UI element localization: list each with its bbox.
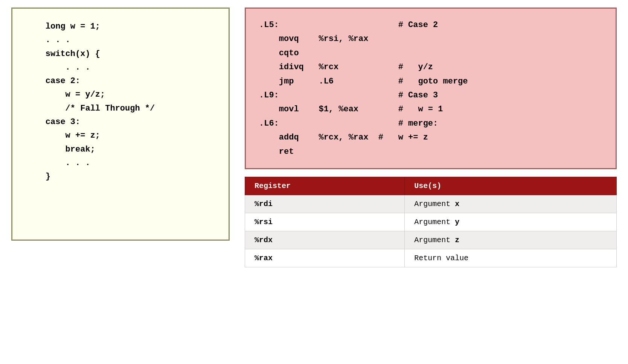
register-cell: %rsi: [245, 213, 405, 231]
register-table: Register Use(s) %rdiArgument x%rsiArgume…: [245, 177, 617, 267]
right-container: .L5: # Case 2 movq %rsi, %rax cqto idivq…: [245, 8, 617, 267]
use-cell: Argument y: [405, 213, 617, 231]
c-code-text: long w = 1; . . . switch(x) { . . . case…: [26, 20, 215, 184]
table-row: %rdiArgument x: [245, 195, 617, 213]
c-code-panel: long w = 1; . . . switch(x) { . . . case…: [11, 8, 230, 241]
table-row: %raxReturn value: [245, 249, 617, 267]
use-cell: Return value: [405, 249, 617, 267]
main-container: long w = 1; . . . switch(x) { . . . case…: [11, 8, 617, 267]
asm-panel: .L5: # Case 2 movq %rsi, %rax cqto idivq…: [245, 8, 617, 169]
register-cell: %rax: [245, 249, 405, 267]
use-cell: Argument z: [405, 231, 617, 249]
table-row: %rdxArgument z: [245, 231, 617, 249]
col-header-uses: Use(s): [405, 177, 617, 195]
table-row: %rsiArgument y: [245, 213, 617, 231]
table-header-row: Register Use(s): [245, 177, 617, 195]
asm-code-text: .L5: # Case 2 movq %rsi, %rax cqto idivq…: [259, 18, 602, 159]
register-cell: %rdx: [245, 231, 405, 249]
use-cell: Argument x: [405, 195, 617, 213]
register-cell: %rdi: [245, 195, 405, 213]
col-header-register: Register: [245, 177, 405, 195]
